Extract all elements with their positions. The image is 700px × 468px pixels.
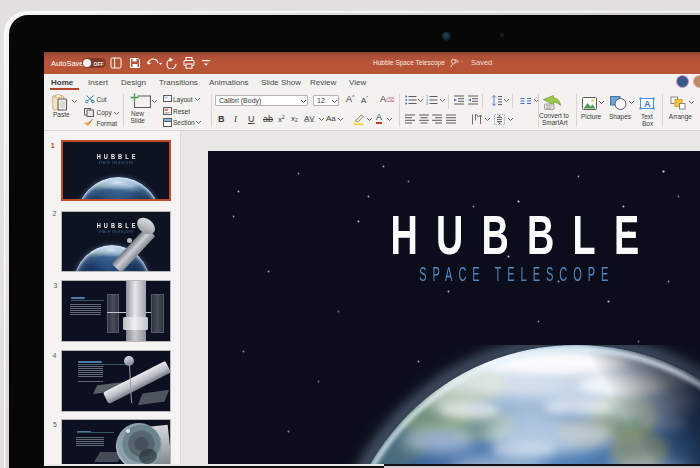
svg-text:A: A [644, 98, 651, 108]
svg-text:3: 3 [426, 102, 428, 105]
